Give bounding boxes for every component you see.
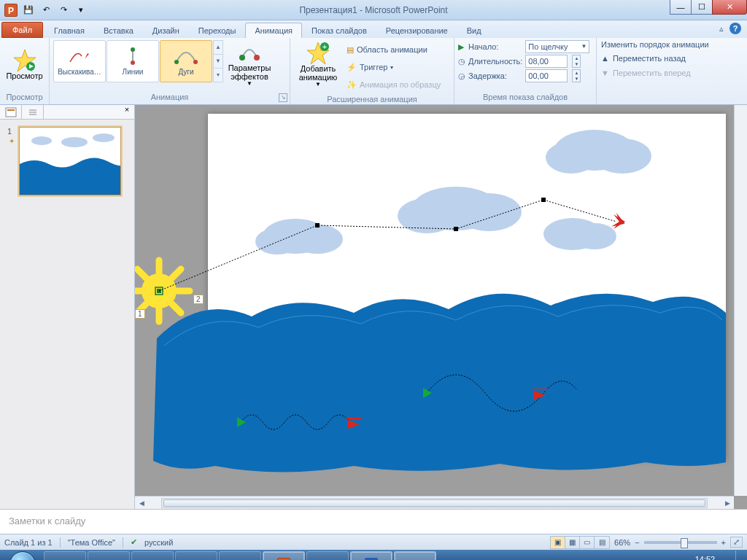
- taskbar-word[interactable]: W: [350, 551, 392, 560]
- tab-insert[interactable]: Вставка: [94, 23, 143, 38]
- windows-orb-icon: [9, 551, 36, 560]
- save-button[interactable]: 💾: [20, 2, 36, 18]
- start-play-icon: ▶: [458, 42, 465, 52]
- group-preview: Просмотр Просмотр: [0, 38, 50, 104]
- taskbar-paint[interactable]: 🎨: [394, 551, 436, 560]
- undo-button[interactable]: ↶: [38, 2, 54, 18]
- slide-thumbnail-1[interactable]: 1 ✦: [7, 127, 127, 195]
- down-triangle-icon: ▼: [601, 69, 609, 77]
- svg-point-9: [239, 55, 245, 61]
- help-icon[interactable]: ?: [729, 23, 741, 34]
- start-combo[interactable]: По щелчку▼: [525, 40, 589, 53]
- maximize-button[interactable]: ☐: [691, 0, 713, 15]
- ribbon-minimize-icon[interactable]: ▵: [719, 24, 724, 34]
- gallery-item-arcs[interactable]: Дуги: [160, 40, 212, 82]
- group-advanced-animation: + Добавить анимацию ▼ ▤Область анимации …: [290, 38, 454, 104]
- gallery-item-lines[interactable]: Линии: [107, 40, 159, 82]
- animation-painter-button: ✨Анимация по образцу: [347, 77, 441, 93]
- gallery-scroll[interactable]: ▲▼▾: [213, 40, 223, 82]
- tab-transitions[interactable]: Переходы: [189, 23, 246, 38]
- taskbar-firefox1[interactable]: 🦊: [175, 551, 217, 560]
- clock-time: 14:52: [685, 555, 725, 560]
- gallery-item-fly[interactable]: Выскакива…: [53, 40, 106, 82]
- tab-review[interactable]: Рецензирование: [376, 23, 457, 38]
- thumbnails-close-button[interactable]: ×: [120, 105, 134, 119]
- start-button[interactable]: [3, 550, 42, 560]
- animation-gallery[interactable]: Выскакива… Линии Дуги ▲▼▾: [53, 40, 223, 82]
- tab-slideshow[interactable]: Показ слайдов: [302, 23, 376, 38]
- slideshow-view-icon: ▤: [595, 537, 609, 548]
- title-bar: P 💾 ↶ ↷ ▾ Презентация1 - Microsoft Power…: [0, 0, 747, 20]
- slide-editor[interactable]: 1 2 ◀ ▶: [135, 105, 747, 509]
- show-desktop-button[interactable]: [735, 551, 743, 560]
- svg-rect-15: [7, 109, 15, 111]
- gallery-item-label: Дуги: [178, 68, 193, 76]
- tray-clock[interactable]: 14:52 04.10.2012: [685, 555, 725, 560]
- trigger-button[interactable]: ⚡Триггер▾: [347, 59, 441, 75]
- language-status[interactable]: русский: [144, 538, 173, 547]
- zoom-slider[interactable]: [644, 541, 717, 544]
- svg-marker-49: [614, 214, 625, 229]
- group-timing-label: Время показа слайдов: [454, 93, 596, 104]
- horizontal-scrollbar[interactable]: ◀ ▶: [135, 496, 734, 509]
- close-button[interactable]: ✕: [712, 0, 747, 15]
- tab-home[interactable]: Главная: [44, 23, 94, 38]
- arcs-path-icon: [174, 47, 198, 65]
- svg-point-22: [93, 133, 115, 142]
- spellcheck-icon[interactable]: ✔: [131, 537, 137, 547]
- tab-view[interactable]: Вид: [457, 23, 491, 38]
- duration-spinner[interactable]: ▲▼: [572, 55, 581, 68]
- animation-tag-1[interactable]: 1: [135, 309, 145, 319]
- move-earlier-button[interactable]: ▲Переместить назад: [601, 51, 709, 66]
- vertical-scrollbar[interactable]: [734, 105, 747, 496]
- status-bar: Слайд 1 из 1 "Тема Office" ✔ русский ▣▦▭…: [0, 534, 747, 550]
- taskbar-firefox2[interactable]: 🦊: [219, 551, 261, 560]
- delay-spinner[interactable]: ▲▼: [572, 69, 581, 82]
- taskbar-explorer[interactable]: 📁: [88, 551, 130, 560]
- taskbar-ie[interactable]: e: [44, 551, 86, 560]
- fit-to-window-button[interactable]: ⤢: [730, 537, 743, 548]
- redo-button[interactable]: ↷: [55, 2, 71, 18]
- view-buttons[interactable]: ▣▦▭▤: [550, 536, 610, 549]
- window-controls: — ☐ ✕: [670, 0, 747, 15]
- normal-view-icon: ▣: [551, 537, 565, 548]
- svg-point-8: [193, 60, 198, 64]
- fly-path-icon: [67, 47, 92, 65]
- zoom-out-button[interactable]: −: [635, 538, 639, 547]
- zoom-level[interactable]: 66%: [614, 538, 630, 547]
- slides-tab[interactable]: [0, 105, 22, 119]
- tab-file[interactable]: Файл: [1, 22, 43, 38]
- dialog-launcher-icon[interactable]: ↘: [279, 93, 287, 102]
- taskbar-powerpoint[interactable]: P: [263, 551, 305, 560]
- notes-pane[interactable]: Заметки к слайду: [0, 509, 747, 534]
- taskbar-media[interactable]: ▶: [131, 551, 174, 560]
- app-icon[interactable]: P: [3, 2, 19, 18]
- reorder-title: Изменить порядок анимации: [601, 40, 709, 49]
- delay-input[interactable]: 00,00: [525, 69, 568, 82]
- thumbnail-preview: [19, 127, 121, 195]
- svg-point-21: [61, 137, 88, 147]
- sorter-view-icon: ▦: [565, 537, 580, 548]
- svg-point-20: [31, 136, 52, 145]
- svg-line-41: [172, 304, 181, 313]
- motion-path-custom[interactable]: [159, 200, 616, 291]
- duration-input[interactable]: 08,00: [525, 55, 568, 68]
- qat-customize[interactable]: ▾: [73, 2, 89, 18]
- tab-animations[interactable]: Анимация: [245, 23, 302, 38]
- minimize-button[interactable]: —: [670, 0, 692, 15]
- svg-rect-46: [454, 227, 458, 231]
- effect-options-button[interactable]: Параметры эффектов ▼: [223, 40, 276, 90]
- tab-design[interactable]: Дизайн: [143, 23, 189, 38]
- sea-shape[interactable]: [153, 294, 726, 472]
- animation-tag-2[interactable]: 2: [193, 295, 204, 304]
- up-triangle-icon: ▲: [601, 54, 609, 63]
- duration-icon: ◷: [458, 57, 465, 66]
- preview-button[interactable]: Просмотр: [4, 40, 45, 90]
- add-animation-button[interactable]: + Добавить анимацию ▼: [294, 40, 342, 90]
- zoom-in-button[interactable]: +: [721, 538, 726, 547]
- svg-line-38: [137, 269, 146, 278]
- outline-tab[interactable]: [22, 105, 44, 119]
- animation-pane-button[interactable]: ▤Область анимации: [347, 42, 441, 58]
- taskbar-app1[interactable]: ⬚: [306, 551, 349, 560]
- reading-view-icon: ▭: [580, 537, 595, 548]
